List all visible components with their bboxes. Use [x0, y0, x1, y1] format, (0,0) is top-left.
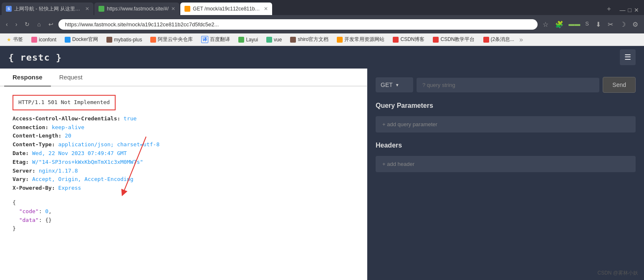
- right-panel: GET ▼ Send Query Parameters + add query …: [367, 69, 644, 280]
- profile-btn[interactable]: S: [583, 19, 591, 30]
- bookmark-baidu[interactable]: 译 百度翻译: [198, 35, 233, 44]
- bookmarks-more[interactable]: »: [519, 36, 523, 43]
- night-btn[interactable]: ☽: [617, 19, 628, 30]
- watermark: CSDN @雾林小妖: [597, 270, 638, 277]
- address-input[interactable]: [58, 19, 538, 30]
- bookmark-label-docker: Docker官网: [72, 36, 98, 43]
- scissors-btn[interactable]: ✂: [605, 19, 616, 30]
- headers-title: Headers: [376, 142, 636, 149]
- panel-tabs: Response Request: [0, 69, 367, 87]
- close-btn[interactable]: ✕: [634, 7, 639, 13]
- tab-bar: S 上网导航 - 轻快上网 从这里开... ✕ https://www.fast…: [0, 0, 644, 15]
- bookmark-label-baidu: 百度翻译: [210, 36, 230, 43]
- query-params-title: Query Parameters: [376, 102, 636, 109]
- header-line-3: Content-Length: 20: [13, 132, 354, 140]
- header-line-5: Date: Wed, 22 Nov 2023 07:49:47 GMT: [13, 149, 354, 158]
- bookmarks-bar: ★ 书签 iconfont Docker官网 mybatis-plus 阿里云中…: [0, 33, 644, 46]
- tab-favicon-1: S: [6, 6, 12, 12]
- query-params-section: Query Parameters: [376, 99, 636, 109]
- tab-title-3: GET /mock/a19c112ce811b2...: [193, 6, 261, 12]
- settings-btn[interactable]: ⚙: [630, 19, 641, 30]
- header-line-1: Access-Control-Allow-Credentials: true: [13, 115, 354, 123]
- tab-3[interactable]: GET /mock/a19c112ce811b2... ✕: [180, 3, 272, 15]
- response-content: HTTP/1.1 501 Not Implemented Access-Cont…: [0, 87, 367, 280]
- star-btn[interactable]: ☆: [540, 19, 551, 30]
- header-line-7: Server: nginx/1.17.8: [13, 167, 354, 176]
- left-panel: Response Request HTTP/1.1 501 Not Implem…: [0, 69, 367, 280]
- forward-btn[interactable]: ›: [13, 19, 20, 29]
- send-button[interactable]: Send: [603, 77, 636, 93]
- tab-title-2: https://www.fastmock.site/#/: [107, 6, 169, 12]
- tab-close-1[interactable]: ✕: [85, 6, 89, 12]
- bookmark-label-iconfont: iconfont: [39, 37, 56, 43]
- main-content: Response Request HTTP/1.1 501 Not Implem…: [0, 69, 644, 280]
- bookmark-label-aliyun: 阿里云中央仓库: [158, 36, 193, 43]
- app-header: { restc } ☰: [0, 46, 644, 69]
- tab-close-2[interactable]: ✕: [171, 6, 175, 12]
- bookmark-csdn2[interactable]: CSDN教学平台: [429, 35, 478, 44]
- header-line-2: Connection: keep-alive: [13, 123, 354, 132]
- bookmark-label-csdn1: CSDN博客: [400, 36, 424, 43]
- tab-2[interactable]: https://www.fastmock.site/#/ ✕: [94, 3, 179, 15]
- bookmark-iconfont[interactable]: iconfont: [28, 36, 60, 43]
- bookmark-label-star: 书签: [13, 36, 23, 43]
- bookmark-star[interactable]: ★ 书签: [3, 35, 26, 44]
- json-body: { "code": 0, "data": {} }: [13, 199, 354, 233]
- header-line-4: Content-Type: application/json; charset=…: [13, 140, 354, 149]
- address-actions: ☆ 🧩 ▬▬ S ⬇ ✂ ☽ ⚙: [540, 19, 641, 30]
- tab-close-3[interactable]: ✕: [264, 6, 268, 12]
- add-header-btn[interactable]: + add header: [376, 156, 636, 172]
- bookmark-label-csdn3: (2条消息...: [491, 36, 515, 43]
- bookmark-csdn1[interactable]: CSDN博客: [389, 35, 428, 44]
- method-select[interactable]: GET ▼: [376, 77, 413, 92]
- bookmark-label-shiro: shiro官方文档: [298, 36, 328, 43]
- minimize-btn[interactable]: —: [620, 7, 626, 13]
- bookmark-mybatis[interactable]: mybatis-plus: [103, 36, 145, 43]
- add-query-param-btn[interactable]: + add query parameter: [376, 116, 636, 132]
- tab-request[interactable]: Request: [51, 69, 91, 87]
- tab-favicon-2: [98, 6, 104, 12]
- bookmark-label-layui: Layui: [246, 37, 258, 43]
- window-controls: — □ ✕: [616, 5, 642, 15]
- bookmark-aliyun[interactable]: 阿里云中央仓库: [147, 35, 196, 44]
- bookmark-csdn3[interactable]: (2条消息...: [480, 35, 518, 44]
- address-bar-area: ‹ › ↻ ⌂ ↩ ☆ 🧩 ▬▬ S ⬇ ✂ ☽ ⚙: [0, 15, 644, 33]
- bookmark-label-vue: vue: [274, 37, 282, 43]
- header-line-6: Etag: W/"14-SP3ros+kWxKbQmTmX1c3xM0MW7s": [13, 158, 354, 167]
- refresh-btn[interactable]: ↻: [22, 19, 32, 29]
- tab-title-1: 上网导航 - 轻快上网 从这里开...: [14, 5, 83, 13]
- progress-indicator: ▬▬: [568, 19, 581, 30]
- download-btn[interactable]: ⬇: [593, 19, 604, 30]
- tab-1[interactable]: S 上网导航 - 轻快上网 从这里开... ✕: [2, 3, 93, 15]
- url-row: GET ▼ Send: [376, 77, 636, 93]
- browser-chrome: S 上网导航 - 轻快上网 从这里开... ✕ https://www.fast…: [0, 0, 644, 280]
- bookmark-vue[interactable]: vue: [263, 36, 285, 43]
- app-logo: { restc }: [8, 52, 62, 63]
- url-input[interactable]: [417, 78, 599, 92]
- back-btn2[interactable]: ↩: [46, 19, 56, 29]
- header-line-8: Vary: Accept, Origin, Accept-Encoding: [13, 175, 354, 184]
- new-tab-btn[interactable]: ＋: [602, 3, 616, 15]
- bookmark-label-csdn2: CSDN教学平台: [440, 36, 475, 43]
- header-line-9: X-Powered-By: Express: [13, 184, 354, 193]
- back-btn[interactable]: ‹: [3, 19, 10, 29]
- bookmark-label-mybatis: mybatis-plus: [114, 37, 142, 43]
- maximize-btn[interactable]: □: [628, 7, 631, 13]
- headers-section: Headers: [376, 139, 636, 149]
- response-headers: Access-Control-Allow-Credentials: true C…: [13, 115, 354, 193]
- http-status-text: HTTP/1.1 501 Not Implemented: [18, 99, 110, 105]
- tab-response[interactable]: Response: [4, 69, 51, 87]
- bookmark-layui[interactable]: Layui: [235, 36, 261, 43]
- bookmark-docker[interactable]: Docker官网: [61, 35, 101, 44]
- method-label: GET: [381, 81, 393, 88]
- bookmark-devres[interactable]: 开发常用资源网站: [333, 35, 388, 44]
- hamburger-btn[interactable]: ☰: [620, 49, 636, 65]
- bookmark-label-devres: 开发常用资源网站: [344, 36, 384, 43]
- tab-favicon-3: [184, 6, 190, 12]
- home-btn[interactable]: ⌂: [35, 19, 43, 29]
- http-status-box: HTTP/1.1 501 Not Implemented: [13, 95, 116, 110]
- extensions-btn[interactable]: 🧩: [553, 19, 566, 30]
- bookmark-shiro[interactable]: shiro官方文档: [287, 35, 332, 44]
- chevron-down-icon: ▼: [395, 83, 399, 87]
